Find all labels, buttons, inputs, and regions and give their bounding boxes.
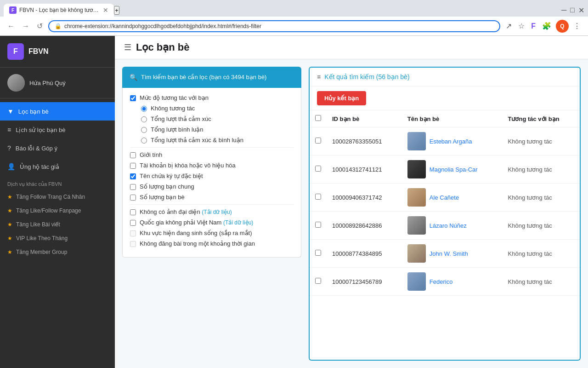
total-both-radio-input[interactable] bbox=[141, 138, 147, 144]
sidebar-item-filter-history[interactable]: ≡ Lịch sử lọc bạn bè bbox=[0, 121, 115, 139]
sidebar-service-follow-profile[interactable]: ★ Tăng Follow Trang Cá Nhân bbox=[0, 190, 115, 204]
extensions-button[interactable]: 🧩 bbox=[540, 20, 553, 32]
filter-no-post-checkbox[interactable]: Không đăng bài trong một khoảng thời gia… bbox=[130, 240, 294, 247]
filter-total-reactions-radio[interactable]: Tổng lượt thả cảm xúc bbox=[141, 115, 294, 122]
friend-name-cell: Lázaro Núñez bbox=[402, 212, 503, 240]
reload-button[interactable]: ↺ bbox=[35, 20, 45, 32]
total-comments-radio-input[interactable] bbox=[141, 127, 147, 133]
row-checkbox[interactable] bbox=[315, 250, 321, 256]
filter-interaction-checkbox[interactable]: Mức độ tương tác với bạn bbox=[130, 94, 294, 101]
filter-no-interaction-radio[interactable]: Không tương tác bbox=[141, 105, 294, 112]
maximize-icon[interactable]: □ bbox=[570, 6, 575, 15]
friend-name-link[interactable]: Federico bbox=[430, 278, 453, 285]
profile-button[interactable]: Q bbox=[556, 20, 569, 33]
special-chars-checkbox-input[interactable] bbox=[130, 173, 136, 179]
friend-name-cell: John W. Smith bbox=[402, 240, 503, 268]
interaction-checkbox-input[interactable] bbox=[130, 95, 136, 101]
tab-bar: F FBVN - Lọc bạn bè không tương tác ✕ + … bbox=[0, 0, 588, 17]
filter-total-both-radio[interactable]: Tổng lượt thả cảm xúc & bình luận bbox=[141, 137, 294, 144]
friend-avatar bbox=[407, 160, 426, 178]
sidebar-item-support-author[interactable]: 👤 Ủng hộ tác giả bbox=[0, 157, 115, 176]
bookmark-button[interactable]: ☆ bbox=[516, 20, 526, 32]
sidebar-service-like-post[interactable]: ★ Tăng Like Bài viết bbox=[0, 218, 115, 231]
sidebar-service-member-group[interactable]: ★ Tăng Member Group bbox=[0, 245, 115, 259]
no-avatar-checkbox-label: Không có ảnh đại diện (Tải dữ liệu) bbox=[140, 208, 232, 215]
sidebar-service-vip-like[interactable]: ★ VIP Like Theo Tháng bbox=[0, 231, 115, 245]
location-checkbox-label: Khu vực hiện đang sinh sống (sắp ra mắt) bbox=[140, 230, 252, 236]
no-interaction-radio-input[interactable] bbox=[141, 106, 147, 112]
table-row: 100009406371742 Ale Cañete Không tương t… bbox=[310, 184, 580, 212]
minimize-icon[interactable]: ─ bbox=[561, 6, 566, 15]
disabled-account-checkbox-input[interactable] bbox=[130, 163, 136, 169]
filter-non-vietnam-checkbox[interactable]: Quốc gia không phải Việt Nam (Tải dữ liệ… bbox=[130, 219, 294, 226]
sidebar-service-follow-profile-label: Tăng Follow Trang Cá Nhân bbox=[16, 194, 85, 200]
row-checkbox[interactable] bbox=[315, 194, 321, 200]
results-table: ID bạn bè Tên bạn bè Tương tác với bạn 1… bbox=[310, 110, 580, 360]
star-icon: ★ bbox=[7, 249, 12, 255]
friend-name-link[interactable]: Esteban Argaña bbox=[430, 138, 472, 145]
row-checkbox[interactable] bbox=[315, 222, 321, 228]
total-both-radio-label: Tổng lượt thả cảm xúc & bình luận bbox=[151, 137, 243, 144]
unfriend-button[interactable]: Hủy kết bạn bbox=[317, 91, 366, 105]
sidebar-service-like-fanpage[interactable]: ★ Tăng Like/Follow Fanpage bbox=[0, 204, 115, 218]
mutual-count-checkbox-input[interactable] bbox=[130, 184, 136, 190]
sidebar-item-filter-history-label: Lịch sử lọc bạn bè bbox=[16, 126, 65, 133]
row-checkbox-cell bbox=[310, 155, 327, 184]
row-checkbox[interactable] bbox=[315, 278, 321, 284]
menu-button[interactable]: ⋮ bbox=[571, 20, 582, 32]
no-post-checkbox-input[interactable] bbox=[130, 241, 136, 247]
sidebar-item-bug-report-label: Báo lỗi & Góp ý bbox=[16, 145, 57, 152]
location-checkbox-input[interactable] bbox=[130, 230, 136, 236]
friend-name-link[interactable]: John W. Smith bbox=[430, 250, 468, 257]
friend-count-checkbox-input[interactable] bbox=[130, 195, 136, 201]
close-window-icon[interactable]: ✕ bbox=[578, 6, 584, 15]
filter-mutual-count-checkbox[interactable]: Số lượng bạn chung bbox=[130, 183, 294, 190]
table-header: ID bạn bè Tên bạn bè Tương tác với bạn bbox=[310, 110, 580, 127]
filter-disabled-account-checkbox[interactable]: Tài khoản bị khóa hoặc vô hiệu hóa bbox=[130, 162, 294, 169]
forward-button[interactable]: → bbox=[20, 20, 31, 32]
friend-info: Lázaro Núñez bbox=[407, 216, 497, 235]
gender-checkbox-input[interactable] bbox=[130, 152, 136, 158]
friend-avatar bbox=[407, 132, 426, 150]
row-checkbox[interactable] bbox=[315, 166, 321, 172]
filter-location-checkbox[interactable]: Khu vực hiện đang sinh sống (sắp ra mắt) bbox=[130, 230, 294, 236]
row-checkbox-cell bbox=[310, 268, 327, 296]
interaction-checkbox-label: Mức độ tương tác với bạn bbox=[140, 94, 209, 101]
extension-fbvn-button[interactable]: F bbox=[529, 20, 537, 32]
no-avatar-checkbox-input[interactable] bbox=[130, 209, 136, 215]
total-reactions-radio-input[interactable] bbox=[141, 116, 147, 122]
row-checkbox-cell bbox=[310, 240, 327, 268]
results-header-text: Kết quả tìm kiếm (56 bạn bè) bbox=[324, 73, 409, 80]
hamburger-icon[interactable]: ☰ bbox=[124, 42, 131, 52]
share-button[interactable]: ↗ bbox=[504, 20, 514, 32]
new-tab-button[interactable]: + bbox=[114, 6, 119, 15]
address-bar[interactable]: 🔒 chrome-extension://kannindpohggocdlhgo… bbox=[48, 20, 500, 32]
filter-total-comments-radio[interactable]: Tổng lượt bình luận bbox=[141, 126, 294, 133]
back-button[interactable]: ← bbox=[6, 20, 17, 32]
sidebar: F FBVN Hứa Phú Quý ▼ Lọc bạn bè ≡ Lịch s… bbox=[0, 36, 115, 368]
active-tab[interactable]: F FBVN - Lọc bạn bè không tương tác ✕ bbox=[4, 4, 114, 17]
non-vietnam-checkbox-input[interactable] bbox=[130, 220, 136, 226]
window-controls: ─ □ ✕ bbox=[561, 6, 584, 15]
sidebar-item-bug-report[interactable]: ? Báo lỗi & Góp ý bbox=[0, 139, 115, 157]
friend-name-link[interactable]: Magnolia Spa-Car bbox=[430, 166, 478, 173]
friend-name-link[interactable]: Lázaro Núñez bbox=[430, 222, 467, 229]
friend-name-link[interactable]: Ale Cañete bbox=[430, 194, 459, 201]
row-checkbox[interactable] bbox=[315, 138, 321, 144]
table-row: 100008928642886 Lázaro Núñez Không tương… bbox=[310, 212, 580, 240]
friend-interaction: Không tương tác bbox=[503, 184, 580, 212]
close-tab-button[interactable]: ✕ bbox=[103, 6, 108, 14]
friend-id: 100009406371742 bbox=[327, 184, 402, 212]
filter-gender-checkbox[interactable]: Giới tính bbox=[130, 151, 294, 158]
select-all-checkbox[interactable] bbox=[315, 115, 321, 121]
filter-friend-count-checkbox[interactable]: Số lượng bạn bè bbox=[130, 194, 294, 201]
user-icon: 👤 bbox=[7, 163, 15, 170]
table-row: 100014312741121 Magnolia Spa-Car Không t… bbox=[310, 155, 580, 184]
filter-no-avatar-checkbox[interactable]: Không có ảnh đại diện (Tải dữ liệu) bbox=[130, 208, 294, 215]
filter-icon: ▼ bbox=[7, 108, 14, 115]
filter-special-chars-checkbox[interactable]: Tên chứa ký tự đặc biệt bbox=[130, 172, 294, 179]
sidebar-header: F FBVN bbox=[0, 36, 115, 68]
sidebar-app-name: FBVN bbox=[28, 47, 49, 56]
results-panel: ≡ Kết quả tìm kiếm (56 bạn bè) Hủy kết b… bbox=[309, 67, 581, 361]
sidebar-item-filter-friends[interactable]: ▼ Lọc bạn bè bbox=[0, 102, 115, 121]
